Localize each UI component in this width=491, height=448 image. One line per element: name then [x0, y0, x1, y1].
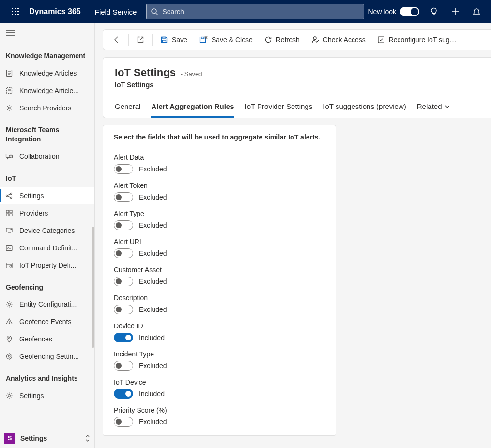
tab-related[interactable]: Related [417, 98, 451, 118]
save-button[interactable]: Save [154, 29, 193, 50]
tab-suggestions[interactable]: IoT suggestions (preview) [323, 98, 406, 118]
toggle-priority-score[interactable] [114, 417, 133, 427]
tab-general[interactable]: General [115, 98, 140, 118]
toggle-description[interactable] [114, 305, 133, 314]
sidebar-item-knowledge-article-templates[interactable]: Knowledge Article... [0, 82, 94, 99]
refresh-button[interactable]: Refresh [259, 29, 306, 50]
sidebar-item-geofencing-settings[interactable]: Geofencing Settin... [0, 348, 94, 365]
svg-point-28 [10, 193, 12, 194]
sidebar-group-iot: IoT [0, 165, 94, 187]
svg-point-29 [10, 197, 12, 198]
svg-rect-4 [15, 11, 16, 12]
search-input[interactable] [162, 8, 364, 15]
sidebar-item-entity-config[interactable]: Entity Configurati... [0, 295, 94, 313]
toggle-alert-type[interactable] [114, 220, 133, 230]
new-look-toggle-group: New look [364, 7, 423, 16]
save-icon [160, 36, 168, 44]
save-close-icon [199, 36, 208, 44]
device-icon [4, 226, 15, 235]
sidebar-item-iot-settings[interactable]: Settings [0, 187, 94, 204]
toggle-state-label: Excluded [139, 221, 167, 229]
add-icon[interactable] [445, 0, 466, 23]
bell-icon[interactable] [466, 0, 487, 23]
back-button[interactable] [107, 29, 126, 50]
main-content: Save Save & Close Refresh Check Access R… [95, 23, 491, 448]
field-label: IoT Device [114, 378, 325, 386]
toggle-state-label: Excluded [139, 165, 167, 173]
toggle-alert-data[interactable] [114, 164, 133, 174]
field-label: Priority Score (%) [114, 406, 325, 414]
field-label: Incident Type [114, 350, 325, 358]
svg-point-46 [9, 324, 9, 324]
save-close-label: Save & Close [212, 36, 253, 44]
toggle-state-label: Excluded [139, 306, 167, 313]
page-title: IoT Settings [115, 66, 176, 79]
toggle-device-id[interactable] [114, 333, 133, 342]
open-new-button[interactable] [131, 29, 150, 50]
svg-rect-55 [201, 37, 204, 39]
sidebar-collapse-icon[interactable] [0, 23, 94, 43]
gear-icon [4, 299, 15, 309]
sidebar-item-label: Knowledge Articles [19, 69, 77, 77]
form-header: IoT Settings - Saved IoT Settings Genera… [103, 57, 491, 118]
toggle-alert-token[interactable] [114, 192, 133, 202]
tab-provider[interactable]: IoT Provider Settings [245, 98, 313, 118]
svg-rect-39 [6, 245, 12, 250]
tab-aggregation[interactable]: Alert Aggregation Rules [151, 98, 234, 118]
toggle-customer-asset[interactable] [114, 277, 133, 286]
global-search[interactable] [146, 4, 364, 19]
sidebar-group-geofencing: Geofencing [0, 274, 94, 296]
refresh-icon [264, 36, 272, 44]
sidebar-item-providers[interactable]: Providers [0, 204, 94, 222]
svg-rect-32 [6, 210, 9, 213]
svg-rect-6 [12, 14, 13, 15]
sidebar-item-property-definitions[interactable]: IoT Property Defi... [0, 257, 94, 274]
sidebar-item-label: Geofence Events [19, 318, 71, 325]
chevron-updown-icon [85, 434, 91, 442]
chevron-down-icon [445, 104, 450, 109]
app-launcher-icon[interactable] [4, 0, 27, 23]
properties-icon [4, 261, 15, 270]
sidebar-item-command-definitions[interactable]: Command Definit... [0, 239, 94, 257]
check-access-button[interactable]: Check Access [306, 29, 371, 50]
sidebar-item-search-providers[interactable]: Search Providers [0, 99, 94, 117]
toggle-alert-url[interactable] [114, 248, 133, 258]
area-switcher[interactable]: S Settings [0, 428, 94, 448]
toggle-state-label: Excluded [139, 362, 167, 370]
back-icon [113, 36, 121, 44]
reconfigure-button[interactable]: Reconfigure IoT sugge... [371, 29, 463, 50]
new-look-label: New look [368, 8, 396, 15]
svg-point-27 [6, 195, 7, 196]
sidebar-item-device-categories[interactable]: Device Categories [0, 222, 94, 239]
module-name[interactable]: Field Service [95, 8, 143, 16]
save-close-button[interactable]: Save & Close [193, 29, 259, 50]
document-dashed-icon [4, 86, 15, 95]
sidebar-item-analytics-settings[interactable]: Settings [0, 387, 94, 404]
nav-divider [88, 6, 88, 17]
svg-point-52 [8, 395, 11, 397]
command-separator [128, 34, 129, 46]
sidebar-item-collaboration[interactable]: Collaboration [0, 148, 94, 165]
field-label: Description [114, 294, 325, 302]
toggle-iot-device[interactable] [114, 389, 133, 399]
sidebar-item-geofences[interactable]: Geofences [0, 330, 94, 348]
sidebar-item-label: IoT Property Defi... [19, 262, 76, 269]
svg-point-43 [10, 265, 12, 267]
field-incident-type: Incident Type Excluded [114, 350, 325, 371]
svg-rect-2 [17, 8, 19, 9]
search-icon [151, 8, 158, 15]
node-icon [4, 191, 15, 201]
sidebar-item-geofence-events[interactable]: Geofence Events [0, 313, 94, 330]
sidebar-item-knowledge-articles[interactable]: Knowledge Articles [0, 64, 94, 82]
refresh-label: Refresh [276, 36, 300, 44]
lightbulb-icon[interactable] [423, 0, 445, 23]
field-label: Alert Token [114, 182, 325, 189]
toggle-incident-type[interactable] [114, 361, 133, 371]
field-alert-data: Alert Data Excluded [114, 154, 325, 174]
target-icon [4, 352, 15, 361]
product-name: Dynamics 365 [27, 7, 81, 16]
svg-rect-35 [10, 214, 12, 216]
svg-point-47 [9, 338, 10, 339]
new-look-toggle[interactable] [400, 7, 419, 16]
sidebar-item-label: Settings [19, 192, 44, 200]
